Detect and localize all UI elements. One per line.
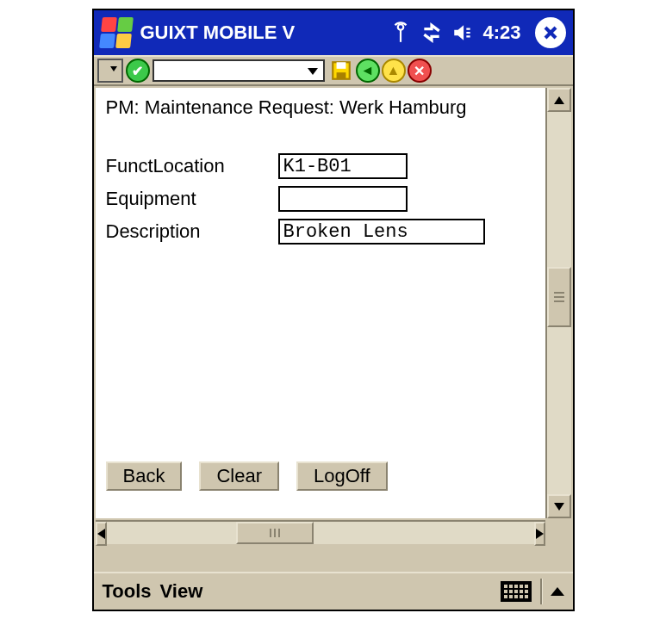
chevron-up-icon — [554, 96, 564, 104]
chevron-left-icon — [97, 529, 105, 539]
back-nav-button[interactable]: ◄ — [356, 59, 380, 83]
separator-bar — [94, 546, 573, 572]
equipment-label: Equipment — [106, 188, 278, 210]
chevron-right-icon — [536, 529, 544, 539]
sip-up-icon[interactable] — [551, 587, 564, 596]
page-title: PM: Maintenance Request: Werk Hamburg — [106, 96, 535, 119]
windows-logo-icon[interactable] — [99, 17, 134, 48]
description-input[interactable] — [278, 219, 485, 245]
svg-point-0 — [398, 24, 404, 30]
cancel-nav-button[interactable]: ✕ — [408, 59, 432, 83]
content-area: PM: Maintenance Request: Werk Hamburg Fu… — [96, 88, 545, 518]
scroll-corner — [545, 520, 571, 544]
check-icon: ✔ — [126, 59, 150, 83]
sync-icon — [420, 22, 443, 44]
scroll-left-button[interactable] — [96, 522, 107, 546]
equipment-input[interactable] — [278, 186, 408, 212]
divider — [540, 579, 542, 604]
horizontal-scrollbar[interactable] — [96, 520, 545, 544]
funct-location-label: FunctLocation — [106, 155, 278, 177]
logoff-button[interactable]: LogOff — [296, 461, 388, 491]
status-icons: 4:23 — [389, 22, 520, 44]
close-button[interactable] — [535, 17, 566, 48]
svg-rect-6 — [336, 72, 345, 79]
close-icon — [542, 24, 559, 41]
svg-rect-5 — [336, 62, 345, 69]
title-bar: GUIXT MOBILE V 4:23 — [94, 10, 573, 55]
arrow-up-icon: ▲ — [387, 63, 401, 78]
bottom-bar: Tools View — [94, 572, 573, 610]
view-menu[interactable]: View — [160, 580, 203, 603]
clock: 4:23 — [482, 22, 520, 44]
menu-button[interactable] — [97, 59, 123, 83]
scroll-thumb-horizontal[interactable] — [236, 522, 314, 544]
arrow-left-icon: ◄ — [361, 63, 375, 78]
scroll-track-horizontal[interactable] — [107, 522, 534, 544]
funct-location-input[interactable] — [278, 153, 408, 179]
scroll-right-button[interactable] — [534, 522, 545, 546]
speaker-icon[interactable] — [451, 22, 474, 44]
antenna-icon — [389, 22, 412, 44]
tools-menu[interactable]: Tools — [103, 580, 152, 603]
save-button[interactable] — [328, 59, 354, 83]
app-title: GUIXT MOBILE V — [140, 22, 296, 44]
back-button[interactable]: Back — [106, 461, 183, 491]
scroll-down-button[interactable] — [547, 494, 571, 518]
x-icon: ✕ — [414, 63, 425, 79]
ok-button[interactable]: ✔ — [125, 59, 151, 83]
vertical-scrollbar[interactable] — [545, 88, 571, 518]
toolbar-dropdown[interactable] — [152, 59, 325, 82]
toolbar: ✔ ◄ ▲ ✕ — [94, 55, 573, 86]
clear-button[interactable]: Clear — [199, 461, 279, 491]
keyboard-icon[interactable] — [501, 581, 532, 602]
chevron-down-icon — [554, 503, 564, 511]
device-frame: GUIXT MOBILE V 4:23 ✔ ◄ ▲ — [92, 9, 575, 611]
description-label: Description — [106, 220, 278, 243]
scroll-thumb-vertical[interactable] — [547, 267, 571, 327]
scroll-up-button[interactable] — [547, 88, 571, 112]
save-icon — [330, 59, 352, 82]
up-nav-button[interactable]: ▲ — [382, 59, 406, 83]
scroll-track-vertical[interactable] — [547, 112, 571, 494]
